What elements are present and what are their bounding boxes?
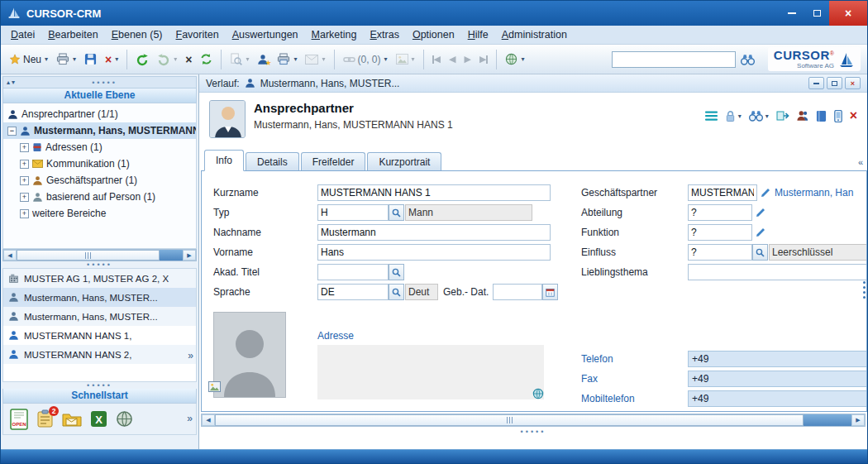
export-icon[interactable] [776,110,789,122]
scroll-right-icon[interactable]: ▶ [183,250,196,261]
list-item[interactable]: MUSTERMANN HANS 2, [3,345,196,364]
menu-hilfe[interactable]: Hilfe [461,26,495,43]
vorname-input[interactable] [317,244,551,261]
photo-placeholder[interactable] [213,312,286,398]
scrollbar-track[interactable] [160,250,183,261]
einfluss-lookup-button[interactable] [752,244,768,261]
tree-item-adressen[interactable]: + Adressen (1) [3,139,196,155]
menu-bearbeiten[interactable]: Bearbeiten [41,26,104,43]
lock-caret-icon[interactable]: ▾ [738,112,742,120]
expand-plus-icon[interactable]: + [20,209,29,218]
funktion-input[interactable] [688,224,752,241]
scroll-left-icon[interactable]: ◀ [3,250,17,261]
nav-next-button[interactable]: ▶ [460,49,474,70]
right-panel-splitter[interactable] [863,281,866,299]
toolbar-search-input[interactable] [612,51,736,68]
main-horizontal-scrollbar[interactable]: ◀ ▶ [201,414,866,427]
lock-icon[interactable] [725,110,736,122]
quickstart-more-chevron[interactable]: » [187,413,193,424]
menu-list-icon[interactable] [705,111,718,121]
expand-plus-icon[interactable]: + [20,143,29,152]
panel-collapse-icon[interactable]: « [858,157,863,167]
list-more-chevron[interactable]: » [188,350,193,361]
address-map-icon[interactable] [532,388,544,399]
tab-kurzportrait[interactable]: Kurzportrait [367,152,441,170]
scrollbar-thumb[interactable] [17,250,160,261]
menu-datei[interactable]: Datei [4,26,41,43]
list-item[interactable]: MUSTERMANN HANS 1, [3,326,196,345]
akad-titel-input[interactable] [317,264,389,280]
tab-details[interactable]: Details [246,152,299,170]
einfluss-input[interactable] [688,244,752,261]
new-button[interactable]: Neu ▾ [6,49,51,70]
maximize-button[interactable] [804,1,829,26]
delete-button[interactable]: × ▾ [102,49,122,70]
print-list-button[interactable]: ▾ [274,49,300,70]
quick-excel-button[interactable]: X [90,410,107,428]
scrollbar-thumb[interactable] [215,414,804,426]
scroll-left-icon[interactable]: ◀ [202,414,215,426]
expand-plus-icon[interactable]: + [20,176,29,185]
scrollbar-track[interactable] [804,414,851,426]
list-item[interactable]: Mustermann, Hans, MUSTER... [3,288,196,307]
person-web-button[interactable]: ▾ [502,49,527,70]
tree-item-mustermann[interactable]: − Mustermann, Hans, MUSTERMANN [3,122,196,139]
nav-prev-button[interactable]: ◀ [446,49,459,70]
mobile-phone-icon[interactable] [834,110,842,122]
inner-maximize-button[interactable] [827,77,842,89]
cancel-button[interactable]: × [182,49,195,70]
typ-input[interactable] [317,204,389,221]
notebook-icon[interactable] [816,110,827,122]
contact-favorite-button[interactable]: ★ [254,49,272,70]
contacts-icon[interactable] [797,110,808,122]
search-doc-button[interactable]: ▾ [227,49,252,70]
telefon-field[interactable]: +49 [688,351,867,367]
quick-open-button[interactable]: OPEN [10,409,28,430]
geschaeftspartner-input[interactable] [688,184,757,201]
lieblingsthema-input[interactable] [688,264,867,280]
quick-tasks-button[interactable]: 2 [36,409,54,428]
email-button[interactable]: ▾ [302,49,328,70]
binoculars-caret-icon[interactable]: ▾ [765,112,769,120]
link-counter-button[interactable]: (0, 0) ▾ [340,49,391,70]
geschaeftspartner-edit-icon[interactable] [759,185,771,200]
list-item[interactable]: Mustermann, Hans, MUSTER... [3,307,196,326]
inner-minimize-button[interactable] [808,77,824,89]
binoculars-icon[interactable] [749,110,763,122]
close-button[interactable]: × [829,1,867,26]
typ-lookup-button[interactable] [389,204,404,221]
history-entry[interactable]: Mustermann, Hans, MUSTER... [260,78,400,89]
panel-splitter-handle[interactable]: ••••• [2,382,197,389]
geb-dat-input[interactable] [493,284,542,300]
menu-marketing[interactable]: Marketing [305,26,364,43]
scroll-right-icon[interactable]: ▶ [851,414,865,426]
menu-optionen[interactable]: Optionen [406,26,461,43]
contact-photo[interactable] [209,100,246,138]
refresh-button[interactable] [197,49,216,70]
tree-item-geschaeftspartner[interactable]: + Geschäftspartner (1) [3,172,196,189]
kurzname-input[interactable] [317,184,551,201]
menu-auswertungen[interactable]: Auswertungen [226,26,305,43]
save-button[interactable] [81,49,100,70]
akad-titel-lookup-button[interactable] [389,264,404,280]
adresse-textarea[interactable] [317,345,544,399]
sprache-lookup-button[interactable] [389,284,404,300]
collapse-down-icon[interactable]: ▾ [12,79,15,86]
tab-freifelder[interactable]: Freifelder [301,152,366,170]
tree-item-basierend-auf-person[interactable]: + basierend auf Person (1) [3,189,196,205]
quick-web-button[interactable] [116,410,133,428]
nav-last-button[interactable]: ▶ [476,49,491,70]
collapse-up-icon[interactable]: ▴ [7,79,10,86]
sprache-input[interactable] [317,284,389,300]
expand-plus-icon[interactable]: + [20,193,29,202]
funktion-edit-icon[interactable] [754,225,766,240]
undo-button[interactable] [132,49,152,70]
abteilung-edit-icon[interactable] [754,205,766,220]
quick-mail-folder-button[interactable] [62,411,82,427]
nav-first-button[interactable]: ◀ [429,49,444,70]
find-button[interactable] [737,49,758,70]
tree-item-ansprechpartner[interactable]: Ansprechpartner (1/1) [3,106,196,122]
tree-item-kommunikation[interactable]: + Kommunikation (1) [3,155,196,172]
expand-plus-icon[interactable]: + [20,160,29,169]
redo-button[interactable]: ▾ [154,49,180,70]
